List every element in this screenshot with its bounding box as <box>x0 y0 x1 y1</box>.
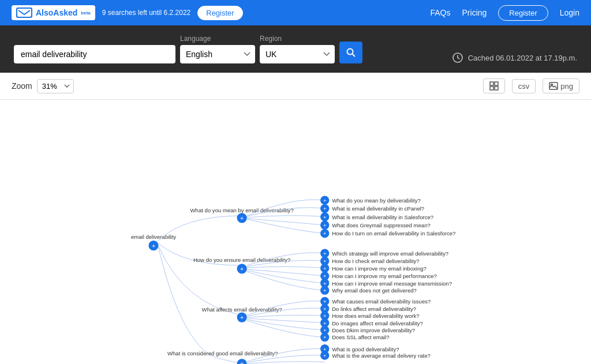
leaf-plus-2-3: + <box>323 265 327 272</box>
export-png-button[interactable]: png <box>543 78 579 93</box>
leaf-label-2-1: Which strategy will improve email delive… <box>332 250 448 257</box>
leaf-plus-3-6: + <box>323 334 327 340</box>
logo-box: AlsoAsked beta <box>12 5 95 20</box>
search-count: 9 searches left until 6.2.2022 <box>102 9 190 17</box>
leaf-plus-2-2: + <box>323 258 327 264</box>
svg-rect-8 <box>495 87 498 90</box>
branch-1-label: What do you mean by email deliverability… <box>190 207 294 213</box>
zoom-area: Zoom 25% 31% 50% 75% 100% <box>12 79 74 93</box>
search-input[interactable] <box>14 45 175 63</box>
leaf-label-1-2: What is email deliverability in cPanel? <box>332 205 424 212</box>
branch-1-plus: + <box>240 215 244 222</box>
leaf-line-3-3 <box>247 315 325 317</box>
root-label: email deliverability <box>131 234 176 240</box>
export-csv-button[interactable]: csv <box>512 79 536 93</box>
svg-rect-7 <box>490 87 493 90</box>
leaf-label-2-2: How do I check email deliverability? <box>332 258 419 264</box>
image-icon <box>549 81 558 91</box>
search-area: Language English French German Spanish R… <box>0 25 591 73</box>
leaf-plus-1-2: + <box>323 205 327 212</box>
header-right: FAQs Pricing Register Login <box>431 5 580 21</box>
search-icon <box>346 48 356 57</box>
png-label: png <box>560 82 573 91</box>
leaf-label-3-1: What causes email deliverability issues? <box>332 298 431 305</box>
logo-text: AlsoAsked <box>36 8 77 17</box>
svg-point-2 <box>347 49 353 55</box>
leaf-label-1-3: What is email deliverability in Salesfor… <box>332 214 433 220</box>
branch-4-label: What is considered good email deliverabi… <box>167 350 278 357</box>
leaf-plus-3-1: + <box>323 298 327 305</box>
logo-icon <box>16 7 32 18</box>
tree-svg: email deliverability + What do you mean … <box>0 100 591 364</box>
leaf-plus-3-3: + <box>323 313 327 319</box>
language-select[interactable]: English French German Spanish <box>180 45 255 63</box>
leaf-plus-2-6: + <box>323 287 327 294</box>
leaf-label-3-6: Does SSL affect email? <box>332 334 389 340</box>
leaf-label-4-1: What is good deliverability? <box>332 346 399 352</box>
leaf-label-4-2: What is the average email delivery rate? <box>332 352 431 359</box>
register-small-button[interactable]: Register <box>197 6 242 20</box>
svg-line-3 <box>353 54 356 57</box>
cache-text: Cached 06.01.2022 at 17.19p.m. <box>468 54 577 62</box>
export-grid-button[interactable] <box>483 78 505 93</box>
register-nav-button[interactable]: Register <box>498 5 548 21</box>
leaf-line-4-3 <box>247 362 325 364</box>
leaf-line-3-5 <box>247 320 325 330</box>
branch-4-plus: + <box>240 360 244 364</box>
leaf-line-2-6 <box>247 272 325 291</box>
toolbar: Zoom 25% 31% 50% 75% 100% csv png <box>0 73 591 100</box>
leaf-line-2-3 <box>247 267 325 268</box>
export-area: csv png <box>483 78 579 93</box>
nav-pricing-link[interactable]: Pricing <box>462 8 487 17</box>
leaf-label-1-1: What do you mean by deliverability? <box>332 197 421 204</box>
root-plus: + <box>152 242 156 249</box>
language-label: Language <box>180 35 255 43</box>
leaf-plus-2-5: + <box>323 280 327 287</box>
logo-beta: beta <box>81 10 90 16</box>
search-button[interactable] <box>339 42 362 63</box>
header-left: AlsoAsked beta 9 searches left until 6.2… <box>12 5 243 20</box>
app-header: AlsoAsked beta 9 searches left until 6.2… <box>0 0 591 25</box>
logo-area: AlsoAsked beta <box>12 5 95 20</box>
nav-faqs-link[interactable]: FAQs <box>431 8 451 17</box>
leaf-label-3-3: How does email deliverability work? <box>332 313 419 319</box>
svg-rect-6 <box>495 82 498 85</box>
tree-container: email deliverability + What do you mean … <box>0 100 591 364</box>
leaf-plus-1-1: + <box>323 197 327 204</box>
zoom-label: Zoom <box>12 81 32 91</box>
region-group: Region UK US AU CA <box>260 35 335 63</box>
leaf-line-1-3 <box>247 216 325 217</box>
leaf-label-2-6: Why email does not get delivered? <box>332 287 417 294</box>
leaf-label-3-4: Do images affect email deliverability? <box>332 320 423 327</box>
leaf-plus-2-1: + <box>323 250 327 257</box>
leaf-label-1-5: How do I turn on email deliverability in… <box>332 230 455 237</box>
grid-icon <box>489 81 499 91</box>
leaf-line-2-4 <box>247 269 325 276</box>
svg-rect-1 <box>17 9 31 17</box>
leaf-label-2-4: How can I improve my email performance? <box>332 273 437 279</box>
query-field-group <box>14 45 175 63</box>
leaf-plus-2-4: + <box>323 273 327 279</box>
branch-2-plus: + <box>240 265 244 272</box>
cache-icon <box>452 52 463 63</box>
leaf-plus-4-2: + <box>323 352 327 359</box>
leaf-label-1-4: What does Greymail suppressed mean? <box>332 222 431 228</box>
branch-3-label: What affects email deliverability? <box>202 306 282 313</box>
leaf-plus-3-5: + <box>323 327 327 333</box>
leaf-label-3-2: Do links affect email deliverability? <box>332 306 416 312</box>
leaf-line-1-5 <box>247 219 325 234</box>
leaf-label-2-5: How can I improve email message transmis… <box>332 280 452 287</box>
nav-login-link[interactable]: Login <box>560 8 579 17</box>
leaf-plus-3-4: + <box>323 320 327 327</box>
leaf-plus-1-3: + <box>323 214 327 220</box>
cache-info: Cached 06.01.2022 at 17.19p.m. <box>452 52 577 63</box>
main-content: email deliverability + What do you mean … <box>0 100 591 364</box>
zoom-select[interactable]: 25% 31% 50% 75% 100% <box>37 79 74 93</box>
region-select[interactable]: UK US AU CA <box>260 45 335 63</box>
leaf-plus-1-5: + <box>323 230 327 237</box>
svg-rect-5 <box>490 82 493 85</box>
region-label: Region <box>260 35 335 43</box>
leaf-plus-1-4: + <box>323 222 327 228</box>
leaf-label-3-5: Does Dkim improve deliverability? <box>332 327 415 333</box>
language-group: Language English French German Spanish <box>180 35 255 63</box>
